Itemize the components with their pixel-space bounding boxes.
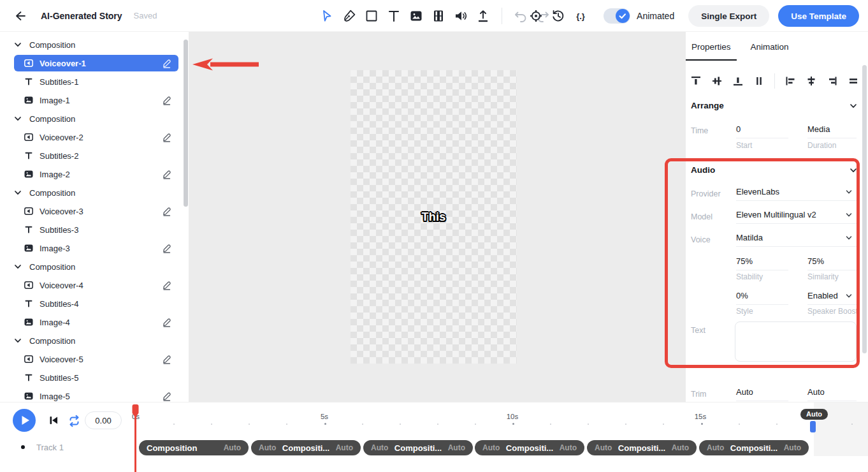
voiceover-text-input[interactable] [735,321,857,362]
edit-pencil-icon[interactable] [162,95,171,105]
edit-pencil-icon[interactable] [162,169,171,179]
stability-sublabel: Stability [736,272,763,281]
edit-pencil-icon[interactable] [162,391,171,401]
text-icon [24,225,34,235]
layer-label: Subtitles-3 [40,225,178,235]
model-select[interactable]: Eleven Multilingual v2 [736,210,857,224]
distribute-vertical-button[interactable] [709,73,725,89]
align-top-button[interactable] [688,73,704,89]
rectangle-icon [364,8,379,24]
layer-item-image-2[interactable]: Image-2 [14,166,178,182]
timeline-clip-2[interactable]: AutoCompositi...Auto [251,440,361,455]
align-top-icon [690,75,702,87]
timeline-end-marker[interactable] [810,421,816,432]
use-template-button[interactable]: Use Template [778,5,859,27]
panel-scrollbar[interactable] [862,63,867,353]
arrange-section-header[interactable]: Arrange [691,101,858,110]
align-center-horizontal-button[interactable] [803,73,820,89]
stability-input[interactable]: 75% [736,256,788,270]
distribute-vertical-icon [711,75,723,87]
edit-pencil-icon[interactable] [162,132,171,142]
similarity-input[interactable]: 75% [807,256,857,270]
layer-item-image-4[interactable]: Image-4 [14,314,178,330]
timeline-clip-4[interactable]: AutoCompositi...Auto [475,440,584,455]
pen-tool-button[interactable] [340,7,358,25]
clip-name: Composition [147,443,197,453]
style-input[interactable]: 0% [736,291,788,305]
composition-group-row[interactable]: Composition [0,110,189,127]
layer-item-subtitles-2[interactable]: Subtitles-2 [14,147,178,164]
video-tool-button[interactable] [430,7,447,25]
start-input[interactable]: 0 [736,124,788,138]
align-right-button[interactable] [824,73,841,89]
layer-item-voiceover-4[interactable]: Voiceover-4 [14,277,178,293]
rectangle-tool-button[interactable] [363,7,380,25]
align-justify-button[interactable] [845,73,862,89]
group-label: Composition [29,262,75,272]
image-tool-button[interactable] [407,7,425,25]
tab-properties[interactable]: Properties [686,42,737,61]
playhead-handle[interactable] [131,404,140,418]
cursor-tool-button[interactable] [318,7,336,25]
edit-pencil-icon[interactable] [162,243,171,253]
provider-select[interactable]: ElevenLabs [736,187,857,201]
ruler-label: 10s [507,413,519,420]
duration-input[interactable]: Media [807,124,857,138]
voice-select[interactable]: Matilda [736,233,857,247]
edit-pencil-icon[interactable] [162,317,171,327]
chevron-down-icon [849,101,858,110]
composition-group-row[interactable]: Composition [0,332,189,349]
skip-to-start-button[interactable] [48,415,59,426]
single-export-button[interactable]: Single Export [688,5,769,27]
canvas-subtitle-text[interactable]: This [422,210,446,224]
audio-tool-button[interactable] [452,7,470,25]
layer-item-voiceover-2[interactable]: Voiceover-2 [14,129,178,145]
tab-animation[interactable]: Animation [745,42,795,61]
layer-item-voiceover-5[interactable]: Voiceover-5 [14,351,178,367]
composition-group-row[interactable]: Composition [0,36,189,53]
edit-pencil-icon[interactable] [162,354,171,364]
distribute-horizontal-button[interactable] [751,73,767,89]
history-button[interactable] [549,7,567,25]
trim-end-input[interactable]: Auto [807,387,857,401]
text-icon [24,299,34,309]
voiceover-icon [24,206,34,216]
speaker-boost-select[interactable]: Enabled [807,291,857,305]
layer-item-image-5[interactable]: Image-5 [14,388,178,402]
cursor-icon [319,8,335,24]
timeline-clip-5[interactable]: AutoCompositi...Auto [587,440,697,455]
layer-item-voiceover-1[interactable]: Voiceover-1 [14,55,178,71]
composition-group-row[interactable]: Composition [0,184,189,201]
edit-pencil-icon[interactable] [162,280,171,290]
edit-pencil-icon[interactable] [162,58,171,68]
animated-toggle[interactable] [604,8,630,24]
layer-item-subtitles-1[interactable]: Subtitles-1 [14,73,178,90]
upload-tool-button[interactable] [474,7,492,25]
timeline-clip-3[interactable]: AutoCompositi...Auto [363,440,473,455]
timeline-clip-6[interactable]: AutoCompositi...Auto [699,440,809,455]
trim-start-input[interactable]: Auto [736,387,788,401]
layer-item-voiceover-3[interactable]: Voiceover-3 [14,203,178,219]
layer-item-image-1[interactable]: Image-1 [14,92,178,108]
video-artboard[interactable]: This [351,70,517,364]
layer-item-subtitles-5[interactable]: Subtitles-5 [14,369,178,386]
play-button[interactable] [13,409,36,432]
code-button[interactable]: {.} [572,7,590,25]
back-button[interactable] [11,7,29,25]
layer-item-subtitles-3[interactable]: Subtitles-3 [14,221,178,238]
current-time-input[interactable] [85,411,122,429]
align-left-button[interactable] [782,73,799,89]
align-bottom-button[interactable] [730,73,746,89]
loop-button[interactable] [68,415,81,427]
timeline-clip-1[interactable]: CompositionAuto [139,440,249,455]
audio-section-header[interactable]: Audio [691,165,858,175]
text-tool-button[interactable] [385,7,403,25]
voiceover-icon [24,58,34,68]
composition-group-row[interactable]: Composition [0,258,189,275]
edit-pencil-icon[interactable] [162,206,171,216]
layer-item-subtitles-4[interactable]: Subtitles-4 [14,295,178,312]
canvas-area[interactable]: This [189,32,686,402]
sidebar-scrollbar[interactable] [184,37,188,397]
layer-item-image-3[interactable]: Image-3 [14,240,178,256]
settings-button[interactable] [527,7,545,25]
